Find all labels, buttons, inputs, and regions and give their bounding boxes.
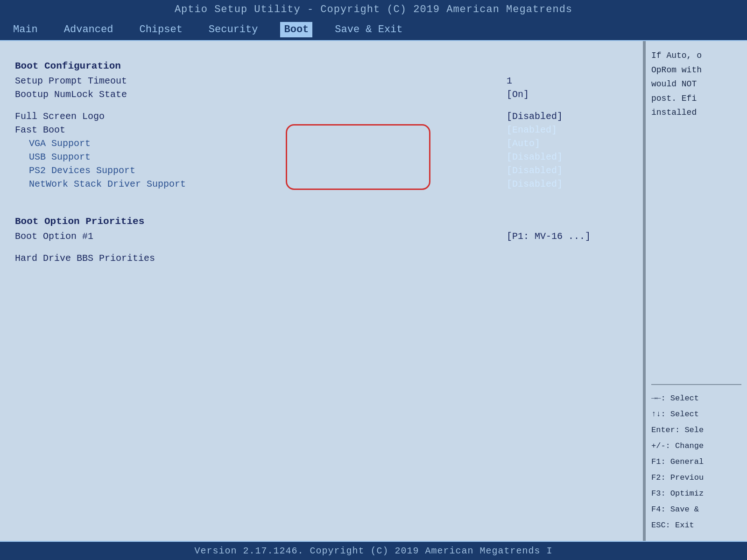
key-change: +/-: Change [651, 438, 741, 454]
menu-advanced[interactable]: Advanced [60, 22, 117, 37]
row-fast-boot[interactable]: Fast Boot [Enabled] [15, 123, 628, 137]
label-network-stack: NetWork Stack Driver Support [29, 179, 507, 189]
right-panel-keys: →←: Select ↑↓: Select Enter: Sele +/-: C… [651, 391, 741, 533]
value-vga-support: [Auto] [507, 138, 628, 149]
label-bootup-numlock: Bootup NumLock State [15, 89, 507, 100]
label-fast-boot: Fast Boot [15, 125, 507, 135]
label-vga-support: VGA Support [29, 138, 507, 149]
menu-boot[interactable]: Boot [280, 22, 312, 37]
right-divider [651, 384, 741, 385]
menu-main[interactable]: Main [9, 22, 42, 37]
key-f4: F4: Save & [651, 502, 741, 518]
row-bootup-numlock[interactable]: Bootup NumLock State [On] [15, 88, 628, 101]
right-panel-info: If Auto, o OpRom with would NOT post. Ef… [651, 49, 741, 378]
label-full-screen-logo: Full Screen Logo [15, 111, 507, 122]
row-ps2-devices[interactable]: PS2 Devices Support [Disabled] [15, 164, 628, 177]
row-usb-support[interactable]: USB Support [Disabled] [15, 150, 628, 164]
key-select-lr: →←: Select [651, 391, 741, 406]
row-setup-prompt-timeout[interactable]: Setup Prompt Timeout 1 [15, 74, 628, 88]
value-setup-prompt-timeout: 1 [507, 76, 628, 86]
label-ps2-devices: PS2 Devices Support [29, 165, 507, 176]
key-f2: F2: Previou [651, 470, 741, 486]
label-usb-support: USB Support [29, 152, 507, 162]
value-network-stack: [Disabled] [507, 179, 628, 189]
footer-text: Version 2.17.1246. Copyright (C) 2019 Am… [194, 546, 552, 556]
key-enter: Enter: Sele [651, 422, 741, 438]
title-text: Aptio Setup Utility - Copyright (C) 2019… [175, 4, 572, 15]
main-content: Boot Configuration Setup Prompt Timeout … [0, 41, 747, 541]
value-fast-boot: [Enabled] [507, 125, 628, 135]
key-f3: F3: Optimiz [651, 486, 741, 502]
section-boot-config: Boot Configuration [15, 61, 628, 71]
menu-bar[interactable]: Main Advanced Chipset Security Boot Save… [0, 19, 747, 41]
row-vga-support[interactable]: VGA Support [Auto] [15, 137, 628, 150]
circled-group: Fast Boot [Enabled] VGA Support [Auto] U… [15, 123, 628, 191]
menu-save-exit[interactable]: Save & Exit [331, 22, 406, 37]
label-setup-prompt-timeout: Setup Prompt Timeout [15, 76, 507, 86]
menu-chipset[interactable]: Chipset [135, 22, 186, 37]
row-boot-option-1[interactable]: Boot Option #1 [P1: MV-16 ...] [15, 230, 628, 243]
right-info-line1: If Auto, o [651, 49, 741, 63]
right-info-line2: OpRom with [651, 63, 741, 77]
label-hdd-bbs: Hard Drive BBS Priorities [15, 253, 507, 264]
value-bootup-numlock: [On] [507, 89, 628, 100]
section-boot-priorities: Boot Option Priorities [15, 216, 628, 227]
value-usb-support: [Disabled] [507, 152, 628, 162]
value-full-screen-logo: [Disabled] [507, 111, 628, 122]
label-boot-option-1: Boot Option #1 [15, 231, 507, 242]
right-info-line5: installed [651, 105, 741, 120]
menu-security[interactable]: Security [205, 22, 262, 37]
title-bar: Aptio Setup Utility - Copyright (C) 2019… [0, 0, 747, 19]
bios-screen: Aptio Setup Utility - Copyright (C) 2019… [0, 0, 747, 560]
value-ps2-devices: [Disabled] [507, 165, 628, 176]
footer: Version 2.17.1246. Copyright (C) 2019 Am… [0, 541, 747, 560]
right-info-line4: post. Efi [651, 91, 741, 106]
right-panel: If Auto, o OpRom with would NOT post. Ef… [644, 41, 747, 541]
row-hdd-bbs[interactable]: Hard Drive BBS Priorities [15, 252, 628, 265]
row-full-screen-logo[interactable]: Full Screen Logo [Disabled] [15, 110, 628, 123]
right-info-line3: would NOT [651, 77, 741, 91]
key-select-ud: ↑↓: Select [651, 406, 741, 422]
value-boot-option-1: [P1: MV-16 ...] [507, 231, 628, 242]
left-panel: Boot Configuration Setup Prompt Timeout … [0, 41, 644, 541]
key-f1: F1: General [651, 454, 741, 470]
key-esc: ESC: Exit [651, 518, 741, 533]
row-network-stack[interactable]: NetWork Stack Driver Support [Disabled] [15, 177, 628, 191]
